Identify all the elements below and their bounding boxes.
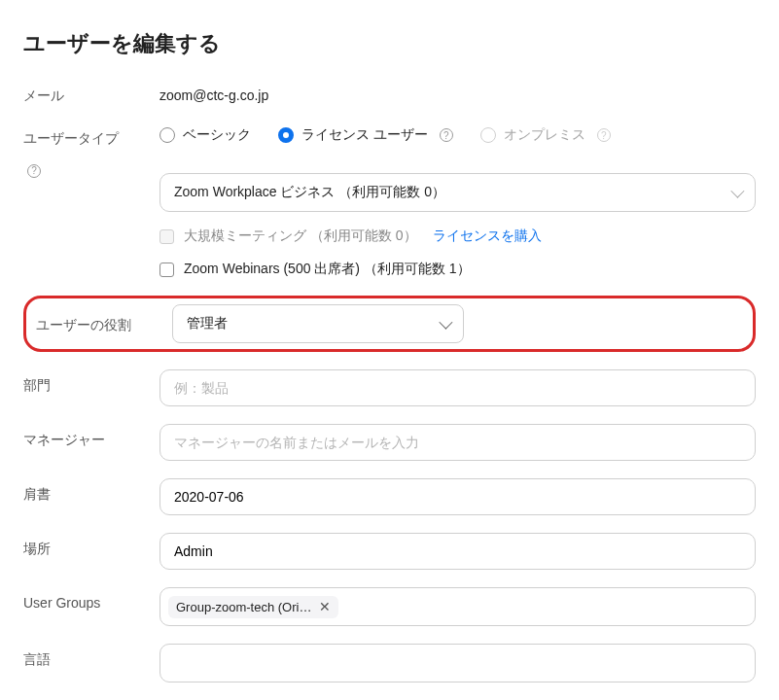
webinars-checkbox[interactable] (159, 262, 174, 277)
user-type-label-text: ユーザータイプ (23, 130, 119, 146)
department-row: 部門 (23, 369, 756, 406)
manager-label: マネージャー (23, 424, 159, 449)
location-row: 場所 (23, 533, 756, 570)
user-role-highlight: ユーザーの役割 管理者 (23, 296, 756, 352)
help-icon[interactable]: ? (27, 164, 41, 178)
manager-input[interactable] (159, 424, 756, 461)
user-role-value: 管理者 (187, 315, 228, 332)
help-icon: ? (597, 128, 611, 142)
user-groups-input[interactable]: Group-zoom-tech (Ori… ✕ (159, 587, 756, 626)
job-title-label: 肩書 (23, 478, 159, 504)
language-label: 言語 (23, 644, 159, 669)
license-plan-select[interactable]: Zoom Workplace ビジネス （利用可能数 0） (159, 173, 756, 212)
department-input[interactable] (159, 369, 756, 406)
user-role-select[interactable]: 管理者 (172, 304, 464, 343)
user-type-label: ユーザータイプ ? (23, 122, 159, 178)
language-row: 言語 (23, 644, 756, 682)
user-type-row: ユーザータイプ ? ベーシック ライセンス ユーザー ? オンプレミス ? Zo… (23, 122, 756, 278)
user-role-label: ユーザーの役割 (36, 313, 172, 334)
chevron-down-icon (439, 316, 452, 330)
large-meeting-label: 大規模ミーティング （利用可能数 0） (184, 228, 417, 245)
webinars-row: Zoom Webinars (500 出席者) （利用可能数 1） (159, 261, 756, 278)
large-meeting-row: 大規模ミーティング （利用可能数 0） ライセンスを購入 (159, 228, 756, 245)
language-select[interactable] (159, 644, 756, 682)
help-icon[interactable]: ? (440, 128, 453, 142)
location-input[interactable] (159, 533, 756, 570)
radio-onprem: オンプレミス ? (480, 126, 611, 144)
user-type-radio-group: ベーシック ライセンス ユーザー ? オンプレミス ? (159, 122, 756, 144)
group-chip-label: Group-zoom-tech (Ori… (176, 600, 311, 614)
user-groups-label: User Groups (23, 587, 159, 611)
radio-icon (278, 127, 294, 143)
user-groups-row: User Groups Group-zoom-tech (Ori… ✕ (23, 587, 756, 626)
job-title-row: 肩書 (23, 478, 756, 515)
page-title: ユーザーを編集する (23, 29, 756, 58)
radio-icon (159, 127, 175, 143)
job-title-input[interactable] (159, 478, 756, 515)
radio-basic-label: ベーシック (183, 126, 251, 144)
large-meeting-checkbox (159, 229, 174, 244)
radio-licensed-label: ライセンス ユーザー (301, 126, 428, 144)
purchase-license-link[interactable]: ライセンスを購入 (433, 228, 542, 245)
radio-onprem-label: オンプレミス (504, 126, 585, 144)
email-row: メール zoom@ctc-g.co.jp (23, 80, 756, 105)
radio-icon (480, 127, 496, 143)
location-label: 場所 (23, 533, 159, 558)
close-icon[interactable]: ✕ (319, 600, 331, 613)
manager-row: マネージャー (23, 424, 756, 461)
department-label: 部門 (23, 369, 159, 395)
email-label: メール (23, 80, 159, 105)
email-value: zoom@ctc-g.co.jp (159, 80, 756, 103)
license-plan-value: Zoom Workplace ビジネス （利用可能数 0） (174, 184, 445, 201)
webinars-label: Zoom Webinars (500 出席者) （利用可能数 1） (184, 261, 471, 278)
group-chip: Group-zoom-tech (Ori… ✕ (168, 596, 338, 618)
radio-basic[interactable]: ベーシック (159, 126, 251, 144)
radio-licensed[interactable]: ライセンス ユーザー ? (278, 126, 453, 144)
chevron-down-icon (730, 185, 744, 198)
